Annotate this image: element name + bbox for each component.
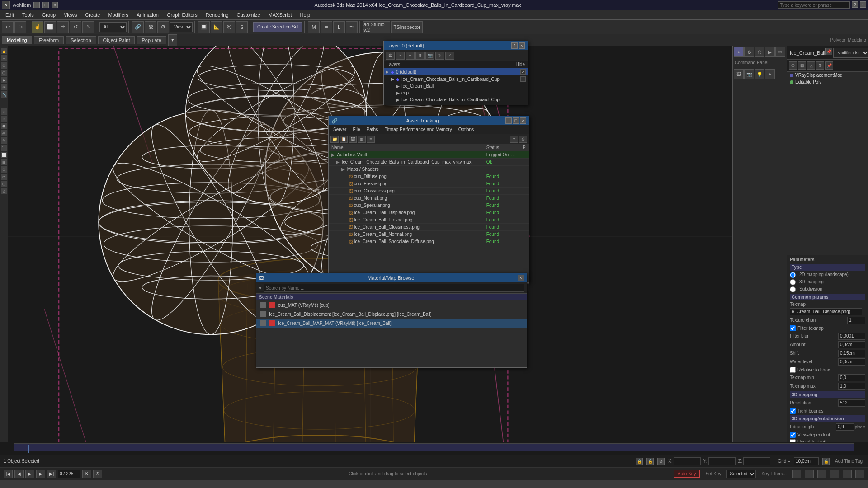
table-row[interactable]: ▶ Ice_Cream_Chocolate_Balls_in_Cardboard… [329,159,529,166]
x-input[interactable] [674,457,701,465]
lp-extra12[interactable]: △ [1,188,7,194]
filter-blur-input[interactable] [838,333,865,340]
asset-tb-5[interactable]: ≡ [367,136,375,143]
table-row[interactable]: 🖼 cup_Glossiness.png Found [329,188,529,195]
mod-icon-1[interactable]: ⬡ [789,61,797,70]
percent-snap-btn[interactable]: % [223,21,235,33]
asset-menu-bitmap[interactable]: Bitmap Performance and Memory [382,126,455,133]
filter-texmap-check[interactable] [790,325,796,331]
sub-more-btn[interactable]: ▾ [168,34,177,46]
layers-help-btn[interactable]: ? [511,42,518,49]
table-row[interactable]: 🖼 Ice_Cream_Ball_Normal.png Found [329,231,529,238]
mod-item-vray[interactable]: VRayDisplacementMod [787,72,868,79]
key-mode-btn[interactable]: K [82,470,91,478]
lp-extra7[interactable]: ⬜ [1,152,7,158]
mod-icon-5[interactable]: 📌 [825,61,833,70]
edge-length-input[interactable] [836,423,854,431]
lp-hierarchy-icon[interactable]: ⬡ [1,70,7,76]
mod-icon-2[interactable]: ▦ [798,61,806,70]
asset-tb-1[interactable]: 📁 [330,136,339,143]
menu-tools[interactable]: Tools [19,11,38,19]
table-row[interactable]: 🖼 cup_Fresnel.png Found [329,180,529,188]
mod-item-poly[interactable]: Editable Poly [787,79,868,85]
select-region-btn[interactable]: ⬜ [44,21,56,33]
mod-icon-3[interactable]: △ [807,61,815,70]
tab-selection[interactable]: Selection [66,36,96,44]
menu-customize[interactable]: Customize [233,11,264,19]
texmap-min-input[interactable] [838,374,865,381]
autokey-btn[interactable]: Auto Key [674,470,700,478]
key-filter-btn-1[interactable]: ⋯ [792,470,801,478]
rp-render-icon[interactable]: 🖼 [734,69,744,79]
key-filter-btn-2[interactable]: ⋯ [805,470,814,478]
table-row[interactable]: 🖼 Ice_Cream_Ball_Shocolate_Diffuse.png F… [329,238,529,245]
layer-row-cup[interactable]: ▶ cup [395,89,528,96]
material-search-input[interactable] [264,284,524,292]
key-filter-btn-6[interactable]: ⋯ [855,470,864,478]
asset-settings-btn[interactable]: ⚙ [519,136,527,143]
layers-tb-refresh[interactable]: ↻ [435,52,444,60]
lp-motion-icon[interactable]: ▶ [1,77,7,83]
mat-item-displacement[interactable]: Ice_Cream_Ball_Displacement [Ice_Cream_B… [256,310,527,319]
modifier-list-dropdown[interactable]: Modifier List [833,48,868,58]
rotate-btn[interactable]: ↺ [70,21,81,33]
lp-select-icon[interactable]: ☝ [1,48,7,54]
col-p[interactable]: P [520,144,529,151]
angle-snap-btn[interactable]: 📐 [211,21,222,33]
timeline-bar[interactable] [14,443,854,451]
key-filter-btn-4[interactable]: ⋯ [830,470,839,478]
rp-create-icon[interactable]: ✦ [734,47,744,57]
layer-row-default[interactable]: ▶ ◆ 0 (default) ✓ [384,68,528,75]
lock-icon-1[interactable]: 🔒 [636,458,643,465]
prev-frame-btn[interactable]: ◀ [14,470,24,478]
mirror-btn[interactable]: M [308,21,320,33]
move-btn[interactable]: ✛ [57,21,69,33]
search-input[interactable] [778,1,850,9]
lp-utilities-icon[interactable]: 🔧 [1,91,7,98]
lp-extra5[interactable]: ✎ [1,137,7,144]
tab-object-paint[interactable]: Object Paint [98,36,135,44]
lp-display-icon[interactable]: 👁 [1,84,7,90]
table-row[interactable]: 🖼 cup_Normal.png Found [329,195,529,202]
layers-tb-delete[interactable]: 🗑 [415,52,425,60]
y-input[interactable] [708,457,736,465]
lp-extra8[interactable]: ▦ [1,159,7,165]
view-dep-check[interactable] [790,432,796,438]
menu-create[interactable]: Create [81,11,104,19]
menu-rendering[interactable]: Rendering [202,11,232,19]
go-end-btn[interactable]: ▶| [47,470,56,478]
asset-close-btn[interactable]: × [520,117,526,124]
lp-extra10[interactable]: ✂ [1,174,7,180]
bind-btn[interactable]: ⚙ [157,21,169,33]
select-obj-btn[interactable]: ☝ [32,21,43,33]
menu-group[interactable]: Group [38,11,60,19]
go-start-btn[interactable]: |◀ [4,470,13,478]
rp-display-icon[interactable]: 👁 [775,47,785,57]
mat-item-map-mat[interactable]: Ice_Cream_Ball_MAP_MAT (VRayMtl) [Ice_Cr… [256,319,527,328]
tab-modeling[interactable]: Modeling [2,36,32,44]
asset-menu-file[interactable]: File [350,126,363,133]
type-3d-radio[interactable] [790,279,796,285]
mod-pin-icon[interactable]: 📌 [825,48,832,55]
menu-animation[interactable]: Animation [133,11,162,19]
layers-tb-add[interactable]: + [406,52,415,60]
align-btn[interactable]: ≡ [321,21,332,33]
layer-vis-check-0[interactable]: ✓ [520,69,526,75]
texmap-input[interactable] [790,308,862,315]
select-filter-dropdown[interactable]: All [99,22,127,32]
asset-tb-2[interactable]: 📋 [340,136,348,143]
asset-menu-server[interactable]: Server [330,126,349,133]
lp-extra6[interactable]: ⬛ [1,145,7,151]
snap-btn[interactable]: 🔲 [198,21,210,33]
layer-btn[interactable]: L [333,21,345,33]
lock-icon-2[interactable]: 🔓 [646,458,654,465]
shift-input[interactable] [838,350,865,357]
lp-modify-icon[interactable]: ⚙ [1,62,7,69]
layer-row-ice-cup2[interactable]: ▶ Ice_Cream_Chocolate_Balls_in_Cardboard… [395,96,528,103]
help-btn[interactable]: ? [852,1,858,8]
type-subdiv-radio[interactable] [790,286,796,292]
key-filter-btn-5[interactable]: ⋯ [843,470,852,478]
rp-camera-icon[interactable]: 📷 [744,69,754,79]
asset-help-btn[interactable]: ? [510,136,518,143]
grid-value-input[interactable] [794,457,819,465]
